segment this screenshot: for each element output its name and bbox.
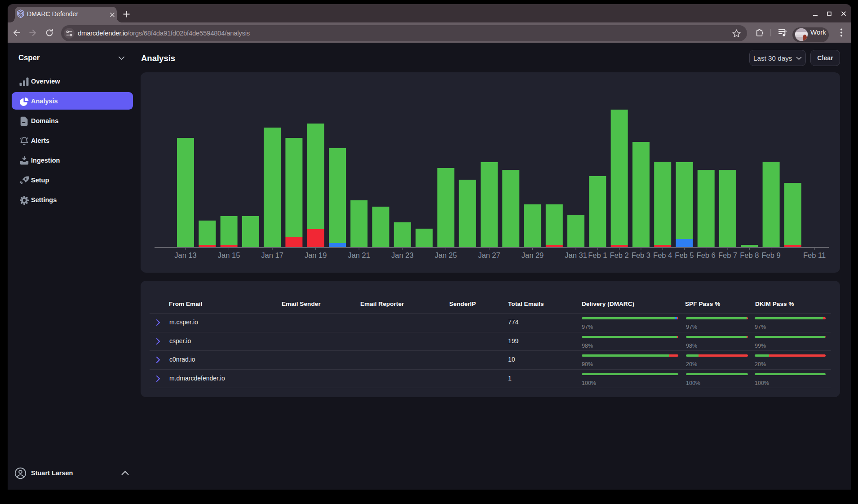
svg-text:Feb 5: Feb 5	[675, 251, 694, 259]
svg-text:Jan 19: Jan 19	[305, 251, 327, 259]
svg-text:Jan 15: Jan 15	[218, 251, 240, 259]
svg-text:Feb 7: Feb 7	[718, 251, 737, 259]
svg-text:Jan 29: Jan 29	[522, 251, 544, 259]
svg-text:Feb 8: Feb 8	[740, 251, 759, 259]
svg-text:Jan 21: Jan 21	[348, 251, 370, 259]
svg-text:Jan 13: Jan 13	[174, 251, 197, 259]
svg-text:Feb 3: Feb 3	[632, 251, 650, 259]
svg-text:Feb 4: Feb 4	[653, 251, 672, 259]
svg-text:Jan 25: Jan 25	[435, 251, 457, 259]
svg-text:Feb 1: Feb 1	[588, 251, 607, 259]
svg-text:Feb 2: Feb 2	[610, 251, 628, 259]
svg-text:Jan 27: Jan 27	[478, 251, 500, 259]
svg-text:Feb 11: Feb 11	[803, 251, 826, 259]
svg-text:Feb 6: Feb 6	[697, 251, 716, 259]
svg-text:Feb 9: Feb 9	[761, 251, 780, 259]
svg-text:Jan 23: Jan 23	[391, 251, 414, 259]
svg-text:Jan 17: Jan 17	[261, 251, 283, 259]
svg-text:Jan 31: Jan 31	[565, 251, 587, 259]
